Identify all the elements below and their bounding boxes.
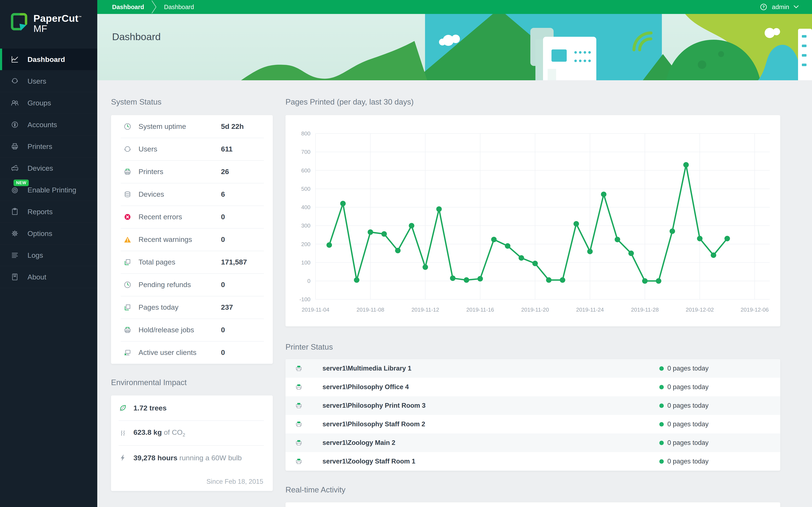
clock-icon [123,281,132,289]
env-caption: running a 60W bulb [177,454,242,462]
status-dot [659,385,664,389]
printer-row[interactable]: server1\Philosophy Staff Room 2 0 pages … [286,415,780,434]
dashboard-icon [10,55,19,64]
status-value: 6 [221,190,225,199]
svg-text:400: 400 [301,204,310,210]
printer-icon [295,383,303,391]
sidebar-item-logs[interactable]: Logs [0,244,97,266]
printer-name[interactable]: server1\Zoology Main 2 [322,439,395,447]
status-label: Printers [139,168,163,176]
sidebar-item-enable-printing[interactable]: NEW Enable Printing [0,179,97,201]
sidebar-item-label: Groups [28,99,51,107]
status-dot [659,403,664,408]
svg-text:2019-11-24: 2019-11-24 [576,306,604,313]
printer-icon [295,402,303,409]
logo-text: PaperCut™ MF [34,11,82,49]
svg-text:?: ? [763,5,765,9]
status-label: Total pages [139,258,175,266]
status-row-user-clients: Active user clients 0 [111,341,273,364]
status-value: 0 [221,213,225,221]
svg-text:200: 200 [301,241,310,247]
app-name: PaperCut [34,13,79,24]
printer-row[interactable]: server1\Philosophy Office 4 0 pages toda… [286,378,780,396]
pages-printed-line-chart: -10001002003004005006007008002019-11-042… [286,115,780,326]
env-row-co2: 623.8 kg of CO2 [111,420,273,445]
trademark: ™ [79,15,82,19]
status-row-total-pages: Total pages 171,587 [111,251,273,273]
printer-name[interactable]: server1\Philosophy Staff Room 2 [322,420,425,428]
breadcrumb-item[interactable]: Dashboard [164,4,194,11]
status-row-hold-release: Hold/release jobs 0 [111,319,273,341]
status-value: 171,587 [221,258,247,266]
chevron-down-icon [794,5,799,9]
printer-icon [295,420,303,428]
breadcrumb-item[interactable]: Dashboard [112,4,144,11]
system-status-heading: System Status [111,98,161,107]
page-title: Dashboard [112,31,161,43]
printer-name[interactable]: server1\Multimedia Library 1 [322,364,411,372]
status-label: Recent warnings [139,235,192,243]
sidebar-item-groups[interactable]: Groups [0,92,97,114]
sidebar-item-accounts[interactable]: Accounts [0,114,97,135]
printer-row[interactable]: server1\Zoology Staff Room 1 0 pages tod… [286,452,780,471]
papercut-logo[interactable]: PaperCut™ MF [0,0,97,49]
status-row-users: Users 611 [111,138,273,160]
status-label: Pending refunds [139,281,191,289]
sidebar-item-reports[interactable]: Reports [0,201,97,223]
printer-icon [295,364,303,372]
logs-icon [10,250,19,260]
sidebar-item-dashboard[interactable]: Dashboard [0,49,97,70]
status-value: 0 [221,281,225,289]
sidebar-item-about[interactable]: About [0,266,97,288]
printer-name[interactable]: server1\Philosophy Print Room 3 [322,402,426,409]
topbar: Dashboard Dashboard ? admin [97,0,812,14]
svg-text:-100: -100 [299,296,310,302]
banner-illustration [229,14,812,80]
devices-icon [10,164,19,173]
printer-name[interactable]: server1\Zoology Staff Room 1 [322,458,415,465]
help-icon[interactable]: ? [760,3,768,11]
pages-icon [123,258,132,266]
svg-text:2019-11-28: 2019-11-28 [631,306,659,313]
user-menu[interactable]: ? admin [760,3,799,11]
printer-pages-today: 0 pages today [667,439,709,447]
printer-row[interactable]: server1\Zoology Main 2 0 pages today [286,434,780,452]
status-label: Pages today [139,303,179,312]
printers-icon [10,142,19,151]
status-label: Active user clients [139,348,196,356]
printer-name[interactable]: server1\Philosophy Office 4 [322,383,409,391]
status-value: 237 [221,303,233,312]
env-value: 623.8 kg [134,428,162,436]
printer-status-heading: Printer Status [286,343,333,351]
sidebar-item-label: Users [28,77,46,86]
sidebar-item-label: Enable Printing [28,186,77,194]
printer-icon [295,458,303,465]
env-value: 39,278 hours [134,454,177,462]
printer-pages-today: 0 pages today [667,364,709,372]
printer-row[interactable]: server1\Multimedia Library 1 0 pages tod… [286,359,780,378]
environmental-impact-card: 1.72 trees 623.8 kg of CO2 39,278 hours … [111,395,273,491]
sidebar-item-label: Options [28,229,52,238]
breadcrumb-chevron-icon [151,0,157,14]
sidebar-item-options[interactable]: Options [0,223,97,244]
status-row-printers: Printers 26 [111,160,273,183]
system-status-card: System uptime 5d 22h Users 611 Printers … [111,115,273,364]
sidebar-item-label: Dashboard [28,55,65,64]
env-since-date: Since Feb 18, 2015 [206,478,263,486]
user-icon [123,145,132,153]
sidebar-item-label: About [28,273,46,281]
co2-steam-icon [119,429,127,437]
users-icon [10,76,19,86]
sidebar-item-devices[interactable]: Devices [0,157,97,179]
sidebar-item-users[interactable]: Users [0,70,97,92]
status-label: System uptime [139,122,186,130]
env-row-trees: 1.72 trees [111,395,273,420]
clock-icon [123,122,132,131]
devices-stack-icon [123,190,132,199]
about-icon [10,272,19,282]
sidebar-item-label: Printers [28,143,52,151]
sidebar-item-printers[interactable]: Printers [0,135,97,157]
env-value: 1.72 trees [134,404,167,412]
svg-text:500: 500 [301,186,310,192]
printer-row[interactable]: server1\Philosophy Print Room 3 0 pages … [286,396,780,415]
